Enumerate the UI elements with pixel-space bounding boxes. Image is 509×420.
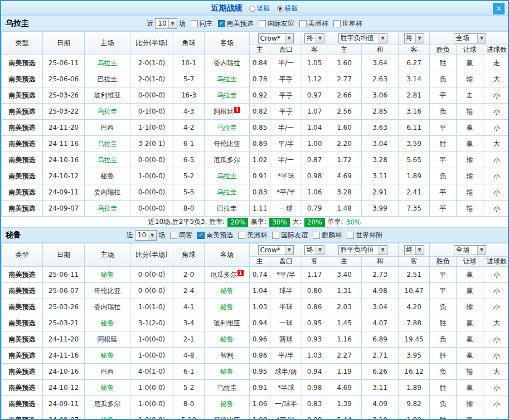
home-team-cell: 乌拉圭 — [85, 152, 130, 168]
euro-draw-odds: 4.98 — [362, 283, 399, 299]
corner-cell: 8-0 — [173, 201, 205, 217]
goals-result-cell: 小 — [483, 283, 509, 299]
match-type-cell: 南美预选 — [2, 283, 43, 299]
home-team-cell: 厄瓜多尔 — [85, 396, 130, 412]
match-date: 25-06-06 — [43, 71, 85, 87]
filter-option-label: 麒麟杯 — [322, 231, 342, 240]
checkbox-icon[interactable] — [313, 232, 320, 239]
europe-avg-select[interactable]: 胜平负均值▼ — [338, 245, 387, 255]
goals-result-cell: 小 — [483, 87, 509, 104]
checkbox-icon[interactable] — [238, 232, 245, 239]
result-cell: 平 — [430, 283, 457, 299]
chevron-down-icon: ▼ — [168, 19, 177, 28]
away-team-cell: 哥伦比亚 — [205, 412, 250, 420]
checkbox-checked-icon[interactable] — [197, 232, 205, 239]
goals-result-cell: 小 — [483, 104, 509, 120]
handicap-result-cell: 赢 — [457, 267, 483, 283]
recent-count-select[interactable]: 10 ▼ — [135, 230, 157, 241]
goals-result-cell: 小 — [483, 168, 509, 184]
bookmaker-select[interactable]: Crow*▼ — [258, 33, 294, 43]
asia-final-select[interactable]: 终▼ — [304, 33, 324, 43]
bookmaker-header-cell: Crow*▼ — [250, 243, 302, 257]
score-cell: 2-0(1-0) — [130, 55, 173, 71]
filter-option[interactable]: 世界杯附 — [347, 231, 382, 240]
subcol-handicap: 盘口 — [270, 257, 302, 267]
bookmaker-select-value: Crow* — [260, 246, 280, 254]
match-date: 25-06-11 — [43, 55, 85, 71]
subcol-handicap-result: 让球 — [457, 45, 483, 55]
radio-horizontal-icon[interactable] — [277, 6, 283, 12]
handicap-result-cell: 赢 — [457, 283, 483, 299]
radio-horizontal-label[interactable]: 横版 — [285, 4, 298, 13]
fullmatch-header-cell: 全场▼ — [430, 32, 509, 45]
score-cell: 1-0(0-0) — [130, 168, 173, 184]
euro-home-odds: 1.39 — [327, 396, 362, 412]
asia-away-odds: 1.12 — [302, 71, 327, 87]
filter-option[interactable]: 世界杯 — [333, 19, 362, 28]
checkbox-icon[interactable] — [259, 20, 266, 27]
asia-final-select[interactable]: 终▼ — [304, 245, 324, 255]
fullmatch-select[interactable]: 全场▼ — [454, 33, 486, 43]
filter-option[interactable]: 国际友谊 — [259, 19, 294, 28]
filter-option-label: 南美预选 — [227, 19, 254, 28]
europe-final-select[interactable]: 终▼ — [404, 33, 424, 43]
euro-draw-odds: 6.26 — [362, 364, 399, 380]
filter-option[interactable]: 美洲杯 — [299, 19, 328, 28]
summary-bar: 近10场,胜2平5负3, 胜率: 20% 赢率: 30% 大: 20% 单率: … — [1, 217, 508, 228]
filter-option[interactable]: 麒麟杯 — [313, 231, 342, 240]
filter-option[interactable]: 同客 — [170, 231, 192, 240]
checkbox-icon[interactable] — [170, 232, 177, 239]
close-icon: ✕ — [496, 4, 502, 13]
europe-avg-header-cell: 胜平负均值▼ — [327, 32, 399, 45]
fullmatch-header-cell: 全场▼ — [430, 243, 509, 257]
match-row: 南美预选25-03-21秘鲁3-1(2-0)3-4玻利维亚0.94一球0.951… — [2, 315, 509, 331]
goals-result-cell: 小 — [483, 412, 509, 420]
result-cell: 负 — [430, 331, 457, 348]
subcol-euro-away: 客 — [399, 45, 430, 55]
checkbox-icon[interactable] — [299, 20, 307, 27]
match-date: 24-11-20 — [43, 120, 85, 136]
fullmatch-select[interactable]: 全场▼ — [454, 245, 486, 255]
match-row: 南美预选24-11-20巴西1-1(0-0)4-2乌拉圭0.85半/一1.041… — [2, 120, 509, 136]
match-type-cell: 南美预选 — [2, 87, 43, 104]
euro-draw-odds: 4.09 — [362, 396, 399, 412]
europe-final-select[interactable]: 终▼ — [404, 245, 424, 255]
filter-option[interactable]: 同主 — [191, 19, 213, 28]
filter-option[interactable]: 国际友谊 — [272, 231, 308, 240]
filter-option-label: 美洲杯 — [308, 19, 328, 28]
europe-avg-select[interactable]: 胜平负均值▼ — [338, 33, 387, 43]
filter-option[interactable]: 南美预选 — [197, 231, 233, 240]
asia-away-odds: 1.06 — [302, 184, 327, 201]
away-team-cell: 厄瓜多尔 — [205, 152, 250, 168]
checkbox-icon[interactable] — [272, 232, 279, 239]
score-cell: 1-0(1-0) — [130, 299, 173, 315]
result-cell: 平 — [430, 201, 457, 217]
checkbox-icon[interactable] — [191, 20, 198, 27]
away-team-name: 秘鲁 — [220, 400, 234, 408]
asia-home-odds: 1.02 — [250, 152, 270, 168]
checkbox-icon[interactable] — [333, 20, 341, 27]
filter-option[interactable]: 美洲杯 — [238, 231, 267, 240]
handicap-result-cell: 输 — [457, 364, 483, 380]
corner-cell: 2-0 — [173, 267, 205, 283]
euro-away-odds: 7.35 — [399, 201, 430, 217]
asia-handicap: *平/半 — [270, 412, 302, 420]
score-cell: 0-0(0-0) — [130, 152, 173, 168]
away-team-cell: 厄瓜多尔1 — [205, 267, 250, 283]
score-cell: 0-0(0-0) — [130, 184, 173, 201]
close-button[interactable]: ✕ — [493, 3, 505, 14]
recent-count-select[interactable]: 10 ▼ — [155, 18, 177, 29]
filter-option[interactable]: 南美预选 — [218, 19, 254, 28]
section-team-name: 乌拉圭 — [1, 18, 85, 28]
chevron-down-icon: ▼ — [477, 246, 486, 255]
bookmaker-select[interactable]: Crow*▼ — [258, 245, 294, 255]
score-cell: 1-0(0-0) — [130, 331, 173, 348]
radio-vertical-icon[interactable] — [249, 6, 255, 12]
away-team-cell: 秘鲁 — [205, 283, 250, 299]
radio-vertical-label[interactable]: 竖版 — [257, 4, 270, 13]
subcol-handicap: 盘口 — [270, 45, 302, 55]
euro-home-odds: 1.72 — [327, 152, 362, 168]
checkbox-icon[interactable] — [347, 232, 354, 239]
checkbox-checked-icon[interactable] — [218, 20, 225, 27]
home-team-name: 乌拉圭 — [98, 156, 118, 164]
